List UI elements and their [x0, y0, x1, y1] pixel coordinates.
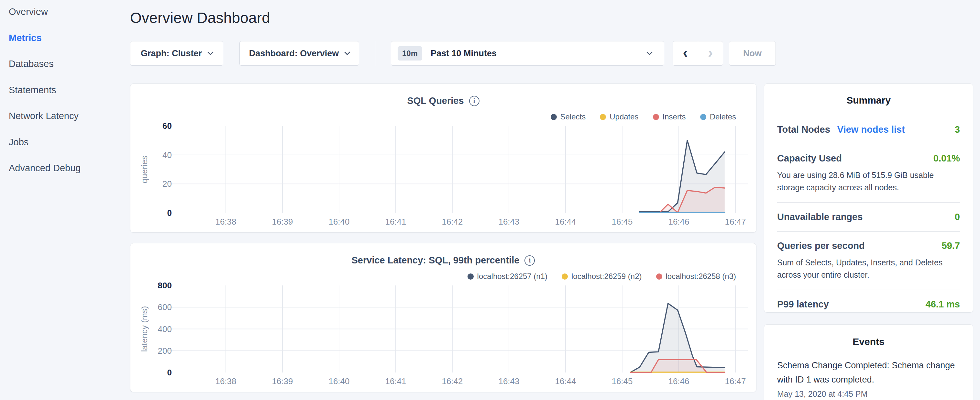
sidebar-item-statements[interactable]: Statements: [9, 85, 56, 96]
time-window-label: Past 10 Minutes: [431, 49, 496, 59]
svg-text:0: 0: [167, 368, 172, 377]
svg-text:16:44: 16:44: [555, 376, 576, 386]
summary-row: Capacity Used0.01%You are using 28.6 MiB…: [777, 144, 960, 202]
summary-row-label: P99 latency: [777, 299, 829, 310]
time-window-selector[interactable]: 10m Past 10 Minutes: [391, 41, 664, 66]
summary-row-value: 0.01%: [934, 153, 960, 164]
events-list: Schema Change Completed: Schema change w…: [777, 358, 960, 399]
svg-text:16:38: 16:38: [215, 217, 236, 226]
sidebar-item-jobs[interactable]: Jobs: [9, 137, 29, 148]
summary-row: P99 latency46.1 ms: [777, 290, 960, 312]
summary-row-value: 59.7: [942, 241, 960, 251]
graph-dropdown-label: Graph: Cluster: [141, 49, 202, 59]
controls-bar: Graph: Cluster Dashboard: Overview 10m P…: [0, 41, 980, 66]
svg-text:16:46: 16:46: [668, 376, 689, 386]
page-title: Overview Dashboard: [130, 9, 270, 27]
sidebar-item-advanced-debug[interactable]: Advanced Debug: [9, 163, 81, 174]
time-step-buttons: ‹ ›: [673, 41, 723, 66]
summary-row-description: Sum of Selects, Updates, Inserts, and De…: [777, 256, 960, 281]
svg-text:20: 20: [162, 179, 172, 189]
svg-text:16:40: 16:40: [328, 217, 349, 226]
summary-panel: Summary Total NodesView nodes list3Capac…: [764, 83, 973, 312]
svg-text:16:42: 16:42: [442, 217, 463, 226]
svg-text:16:43: 16:43: [498, 376, 519, 386]
event-text: Schema Change Completed: Schema change w…: [777, 358, 960, 387]
chevron-down-icon: [345, 49, 350, 55]
summary-row-value: 46.1 ms: [926, 299, 960, 310]
svg-text:queries: queries: [140, 156, 149, 183]
summary-row-description: You are using 28.6 MiB of 515.9 GiB usab…: [777, 169, 960, 193]
summary-row-value: 0: [955, 212, 960, 222]
summary-title: Summary: [777, 95, 960, 106]
svg-text:latency (ms): latency (ms): [140, 306, 149, 352]
summary-row-label: Unavailable ranges: [777, 212, 862, 222]
controls-divider: [375, 41, 375, 66]
chevron-down-icon: [646, 49, 652, 55]
graph-dropdown[interactable]: Graph: Cluster: [130, 41, 223, 66]
chevron-down-icon: [207, 49, 213, 55]
summary-row-label: Total Nodes: [777, 124, 830, 135]
sidebar-item-overview[interactable]: Overview: [9, 6, 48, 17]
svg-text:16:41: 16:41: [385, 217, 406, 226]
summary-row: Total NodesView nodes list3: [777, 116, 960, 144]
event-timestamp: May 13, 2020 at 4:45 PM: [777, 389, 960, 399]
svg-text:16:47: 16:47: [725, 217, 746, 226]
summary-row: Queries per second59.7Sum of Selects, Up…: [777, 231, 960, 290]
summary-row-value: 3: [955, 124, 960, 135]
now-button[interactable]: Now: [729, 41, 776, 66]
service-latency-chart-card: Service Latency: SQL, 99th percentile i …: [130, 243, 756, 392]
summary-row: Unavailable ranges0: [777, 202, 960, 231]
next-time-button[interactable]: ›: [698, 41, 723, 65]
svg-text:40: 40: [162, 150, 172, 160]
svg-text:0: 0: [167, 208, 172, 218]
svg-text:16:45: 16:45: [611, 217, 633, 226]
svg-text:16:39: 16:39: [272, 376, 293, 386]
svg-text:16:42: 16:42: [442, 376, 463, 386]
svg-text:200: 200: [158, 346, 172, 356]
dashboard-dropdown-label: Dashboard: Overview: [249, 49, 339, 59]
svg-text:16:45: 16:45: [611, 376, 633, 386]
summary-rows: Total NodesView nodes list3Capacity Used…: [777, 116, 960, 312]
events-panel: Events Schema Change Completed: Schema c…: [764, 324, 973, 400]
svg-text:16:40: 16:40: [328, 376, 349, 386]
svg-text:16:43: 16:43: [498, 217, 519, 226]
events-title: Events: [777, 336, 960, 347]
summary-row-label: Capacity Used: [777, 153, 842, 164]
svg-text:800: 800: [158, 280, 172, 290]
svg-text:16:39: 16:39: [272, 217, 293, 226]
sidebar-item-network-latency[interactable]: Network Latency: [9, 111, 79, 121]
svg-text:600: 600: [158, 302, 172, 312]
dashboard-dropdown[interactable]: Dashboard: Overview: [239, 41, 359, 66]
sql-queries-plot: 020406016:3816:3916:4016:4116:4216:4316:…: [130, 84, 757, 233]
svg-text:16:47: 16:47: [725, 376, 746, 386]
previous-time-button[interactable]: ‹: [673, 41, 698, 65]
time-window-badge: 10m: [398, 46, 422, 61]
svg-text:16:46: 16:46: [668, 217, 689, 226]
view-nodes-list-link[interactable]: View nodes list: [837, 124, 905, 135]
svg-text:16:38: 16:38: [215, 376, 236, 386]
summary-row-label: Queries per second: [777, 241, 865, 251]
service-latency-plot: 020040060080016:3816:3916:4016:4116:4216…: [130, 243, 757, 392]
svg-text:16:41: 16:41: [385, 376, 406, 386]
event-item[interactable]: Schema Change Completed: Schema change w…: [777, 358, 960, 399]
svg-text:400: 400: [158, 324, 172, 334]
svg-text:60: 60: [162, 121, 172, 131]
sql-queries-chart-card: SQL Queries i SelectsUpdatesInsertsDelet…: [130, 83, 756, 233]
svg-text:16:44: 16:44: [555, 217, 576, 226]
